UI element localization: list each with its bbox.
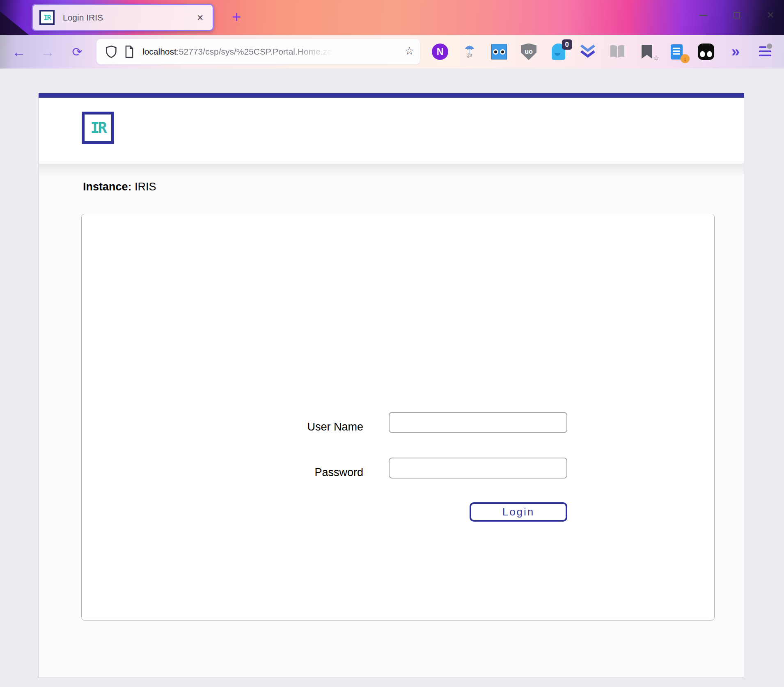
login-button[interactable]: Login <box>470 502 567 522</box>
extension-n-icon[interactable]: N <box>431 43 449 61</box>
url-bar[interactable]: localhost:52773/csp/sys/%25CSP.Portal.Ho… <box>96 39 420 64</box>
hamburger-icon <box>759 46 771 57</box>
close-window-button[interactable]: ✕ <box>764 9 777 21</box>
instance-line: Instance: IRIS <box>83 181 156 193</box>
card-accent-bar <box>39 93 744 98</box>
url-text[interactable]: localhost:52773/csp/sys/%25CSP.Portal.Ho… <box>142 47 337 57</box>
new-tab-button[interactable]: + <box>227 6 246 28</box>
ghostery-badge: 0 <box>562 39 572 50</box>
password-input[interactable] <box>389 458 567 479</box>
extension-eyes-icon[interactable] <box>490 43 508 61</box>
menu-notification-dot <box>767 44 772 49</box>
navigation-toolbar: ← → ⟳ localhost:52773/csp/sys/%25CSP.Por… <box>0 35 784 69</box>
extension-document-icon[interactable]: ↓ <box>667 43 685 61</box>
tab-close-icon[interactable]: ✕ <box>197 13 204 23</box>
extensions-row: N ☂⇄ uo 0 ☆ <box>431 35 774 69</box>
document-arrow-badge: ↓ <box>681 54 690 63</box>
bookmark-small-star: ☆ <box>653 54 659 62</box>
toolbar-overflow-button[interactable]: » <box>727 43 745 61</box>
extension-dark-icon[interactable] <box>697 43 715 61</box>
tab-bar: IR Login IRIS ✕ + ✕ <box>0 0 784 35</box>
url-host: localhost <box>142 47 177 56</box>
reload-button[interactable]: ⟳ <box>66 35 89 69</box>
url-path: :52773/csp/sys/%25CSP.Portal.Home.zen <box>177 47 337 56</box>
header-shadow <box>39 164 744 177</box>
browser-tab[interactable]: IR Login IRIS ✕ <box>32 4 214 31</box>
extension-book-icon[interactable] <box>608 43 626 61</box>
menu-button[interactable] <box>756 43 774 61</box>
shield-permissions-icon[interactable] <box>105 45 117 58</box>
forward-button[interactable]: → <box>36 35 59 69</box>
back-button[interactable]: ← <box>7 35 30 69</box>
minimize-button[interactable] <box>697 9 709 21</box>
extension-bookmark-icon[interactable]: ☆ <box>638 43 656 61</box>
instance-value: IRIS <box>135 181 156 193</box>
tab-favicon-icon: IR <box>39 10 55 25</box>
window-controls: ✕ <box>697 9 777 21</box>
extension-ublock-icon[interactable]: uo <box>520 43 538 61</box>
page-background: IR Instance: IRIS User Name Password Log… <box>0 69 784 687</box>
page-info-icon[interactable] <box>124 46 134 58</box>
extension-chevrons-icon[interactable] <box>579 43 597 61</box>
username-label: User Name <box>240 421 363 433</box>
tab-title: Login IRIS <box>63 13 197 23</box>
iris-logo: IR <box>82 112 114 144</box>
extension-proxy-icon[interactable]: ☂⇄ <box>461 43 479 61</box>
maximize-button[interactable] <box>731 9 743 21</box>
extension-ghostery-icon[interactable]: 0 <box>549 43 567 61</box>
bookmark-star-icon[interactable]: ☆ <box>405 45 414 57</box>
card-header <box>39 98 744 163</box>
login-card: IR Instance: IRIS User Name Password Log… <box>39 93 744 678</box>
password-label: Password <box>240 466 363 479</box>
instance-label: Instance: <box>83 181 132 193</box>
username-input[interactable] <box>389 412 567 433</box>
